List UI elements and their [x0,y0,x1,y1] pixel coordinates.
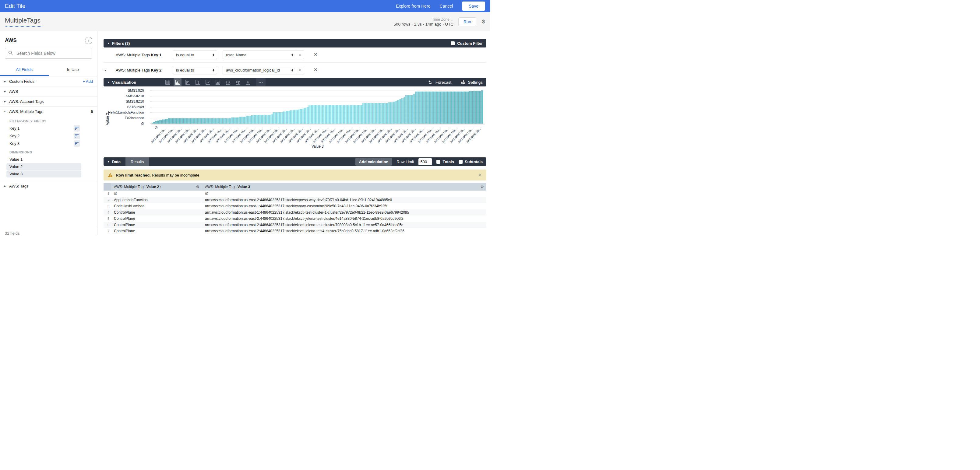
caret-down-icon[interactable]: ▼ [107,42,110,45]
close-icon[interactable]: ✕ [478,172,482,178]
search-input[interactable] [16,51,89,56]
add-calculation-button[interactable]: Add calculation [355,158,392,165]
totals-toggle: Totals [436,159,454,164]
scatter-chart-icon[interactable] [194,78,202,86]
table-row[interactable]: 4ControlPlanearn:aws:cloudformation:us-e… [103,210,486,216]
sidebar-item-aws-account-tags[interactable]: ▶ AWS: Account Tags [0,97,97,106]
filter-by-field-button[interactable] [74,140,80,147]
explore-from-here-button[interactable]: Explore from Here [396,4,431,8]
row-number: 4 [103,210,111,216]
cell-value-3: arn:aws:cloudformation:us-east-2:4486402… [202,216,486,222]
cell-value-2: AppLambdaFunction [111,197,202,203]
collapse-sidebar-button[interactable]: ‹ [85,37,92,44]
caret-down-icon[interactable]: ▼ [107,81,110,84]
table-row[interactable]: 1∅∅ [103,191,486,197]
bar-chart-icon[interactable] [184,78,192,86]
more-chart-icon[interactable] [256,78,266,86]
warning-icon [108,173,113,177]
column-header-value-3[interactable]: AWS: Multiple Tags Value 3 ⚙ [202,183,486,191]
caret-down-icon[interactable]: ▼ [107,160,110,163]
table-row[interactable]: 2AppLambdaFunctionarn:aws:cloudformation… [103,197,486,203]
column-chart-icon[interactable] [173,78,181,86]
filters-section-title[interactable]: Filters (3) [112,41,130,46]
filter-field-label: AWS: Multiple Tags Key 1 [116,52,161,57]
custom-filter-checkbox[interactable] [451,41,455,45]
query-title[interactable]: MultipleTags [5,17,42,27]
filter-value-select[interactable]: user_Name✕ [223,51,304,59]
visualization-section-title[interactable]: Visualization [112,80,136,85]
table-row[interactable]: 6ControlPlanearn:aws:cloudformation:us-e… [103,222,486,228]
filter-by-field-button[interactable] [74,133,80,139]
filter-only-fields-header: FILTER-ONLY FIELDS [0,116,97,124]
forecast-button[interactable]: Forecast [428,80,452,85]
filter-value-select[interactable]: aws_cloudformation_logical_id✕ [223,66,304,74]
field-key-3[interactable]: Key 3 [0,140,97,147]
field-picker-sidebar: AWS ‹ All Fields In Use ▶ Custom Fields … [0,31,97,235]
save-button[interactable]: Save [462,2,485,11]
cell-value-2: ControlPlane [111,210,202,216]
pie-chart-icon[interactable] [224,78,232,86]
cancel-button[interactable]: Cancel [439,4,453,8]
row-number-header [103,183,111,191]
area-chart-icon[interactable] [214,78,222,86]
sidebar-item-aws[interactable]: ▶ AWS [0,86,97,97]
map-chart-icon[interactable] [234,78,242,86]
field-value-1[interactable]: Value 1 [6,156,81,163]
chevron-down-icon[interactable]: ⌄ [103,67,107,72]
x-axis-title: Value 3 [312,144,324,149]
row-number: 2 [103,197,111,203]
query-stats: 500 rows · 1.3s · 14m ago · UTC [393,22,453,27]
tab-all-fields[interactable]: All Fields [0,64,49,76]
filter-operator-select[interactable]: is equal to [173,51,217,59]
field-value-3[interactable]: Value 3 [6,170,81,178]
select-arrows-icon [289,54,296,56]
field-count-footer: 32 fields [0,228,97,235]
table-chart-icon[interactable] [164,78,172,86]
remove-filter-icon[interactable]: ✕ [314,52,318,57]
table-row[interactable]: 3CodeHashLambdaarn:aws:cloudformation:us… [103,203,486,210]
filter-field-label: AWS: Multiple Tags Key 2 [116,68,161,73]
run-button[interactable]: Run [458,17,476,26]
column-header-value-2[interactable]: AWS: Multiple Tags Value 2↑ ⚙ [111,183,202,191]
results-table-body: 1∅∅2AppLambdaFunctionarn:aws:cloudformat… [103,191,486,234]
add-custom-field-button[interactable]: + Add [83,79,93,84]
bar-chart: Value 2 ∅Ec2InstanceHello1LambdaFunction… [103,86,486,156]
data-section-title[interactable]: Data [112,159,121,164]
table-row[interactable]: 7ControlPlanearn:aws:cloudformation:us-e… [103,228,486,234]
totals-checkbox[interactable] [436,160,441,164]
cell-value-3: arn:aws:cloudformation:us-east-2:4486402… [202,197,486,203]
window-title: Edit Tile [5,3,25,10]
filter-operator-select[interactable]: is equal to [173,66,217,74]
field-key-1[interactable]: Key 1 [0,124,97,132]
single-value-chart-icon[interactable]: 6 [244,78,252,86]
caret-right-icon: ▶ [3,90,7,93]
tab-in-use[interactable]: In Use [49,64,97,76]
viz-settings-button[interactable]: Settings [460,80,483,85]
caret-right-icon: ▶ [3,80,7,83]
clear-value-icon[interactable]: ✕ [296,66,304,74]
subtotals-checkbox[interactable] [459,160,463,164]
field-search-box[interactable] [5,48,92,59]
remove-filter-icon[interactable]: ✕ [314,67,318,73]
tab-results[interactable]: Results [126,157,149,166]
viz-icon-strip: 6 [164,78,266,86]
gear-icon[interactable]: ⚙ [481,19,486,25]
gear-icon[interactable]: ⚙ [196,184,199,189]
row-limit-input[interactable] [418,158,432,165]
dimensions-header: DIMENSIONS [0,147,97,156]
line-chart-icon[interactable] [204,78,212,86]
warning-text: Row limit reached. Results may be incomp… [116,173,199,178]
timezone-dropdown[interactable]: Time Zone ⌄ [432,17,453,22]
gear-icon[interactable]: ⚙ [480,184,484,189]
sidebar-item-aws-tags[interactable]: ▶ AWS: Tags [0,181,97,191]
field-value-2[interactable]: Value 2 [6,163,81,170]
field-key-2[interactable]: Key 2 [0,132,97,140]
subtotals-toggle: Subtotals [459,159,483,164]
cell-value-2: ControlPlane [111,228,202,234]
clear-value-icon[interactable]: ✕ [296,51,304,59]
sidebar-item-custom-fields[interactable]: ▶ Custom Fields + Add [0,76,97,86]
chart-canvas[interactable] [103,86,486,156]
sidebar-item-aws-multiple-tags[interactable]: ▼ AWS: Multiple Tags 5 [0,106,97,116]
table-row[interactable]: 5ControlPlanearn:aws:cloudformation:us-e… [103,216,486,222]
filter-by-field-button[interactable] [74,125,80,132]
